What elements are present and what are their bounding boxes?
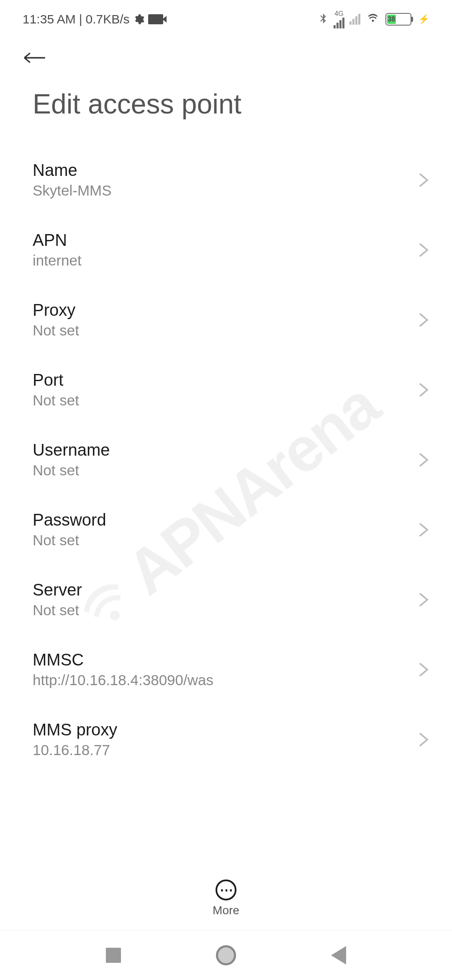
- setting-server[interactable]: Server Not set: [0, 565, 452, 634]
- more-label: More: [213, 904, 239, 917]
- battery-icon: 38: [385, 13, 411, 26]
- bluetooth-icon: [318, 11, 329, 28]
- chevron-right-icon: [419, 382, 429, 397]
- nav-back[interactable]: [331, 946, 346, 965]
- gear-icon: [133, 13, 145, 25]
- setting-label: Password: [33, 511, 106, 529]
- navigation-bar: [0, 930, 452, 980]
- signal-icon-2: [349, 14, 360, 25]
- chevron-right-icon: [419, 592, 429, 607]
- status-bar: 11:35 AM | 0.7KB/s 4G 38 ⚡: [0, 0, 452, 34]
- nav-recents[interactable]: [106, 948, 121, 963]
- setting-port[interactable]: Port Not set: [0, 355, 452, 425]
- nav-home[interactable]: [216, 945, 236, 965]
- setting-value: Not set: [33, 602, 82, 619]
- setting-label: Proxy: [33, 301, 79, 320]
- status-data-rate: 0.7KB/s: [86, 12, 130, 26]
- setting-name[interactable]: Name Skytel-MMS: [0, 145, 452, 215]
- setting-label: APN: [33, 231, 82, 250]
- setting-value: Not set: [33, 392, 79, 409]
- setting-apn[interactable]: APN internet: [0, 215, 452, 285]
- setting-value: Skytel-MMS: [33, 182, 112, 199]
- chevron-right-icon: [419, 312, 429, 328]
- back-button[interactable]: [0, 34, 452, 75]
- setting-proxy[interactable]: Proxy Not set: [0, 285, 452, 355]
- setting-label: Username: [33, 441, 110, 459]
- more-button[interactable]: ⋯ More: [213, 879, 239, 917]
- chevron-right-icon: [419, 242, 429, 258]
- setting-value: 10.16.18.77: [33, 742, 117, 758]
- chevron-right-icon: [419, 662, 429, 677]
- setting-value: http://10.16.18.4:38090/was: [33, 672, 213, 689]
- status-time: 11:35 AM: [23, 12, 76, 26]
- setting-value: Not set: [33, 322, 79, 339]
- chevron-right-icon: [419, 522, 429, 537]
- more-icon: ⋯: [216, 879, 236, 900]
- camera-icon: [148, 14, 163, 24]
- setting-label: Port: [33, 371, 79, 389]
- setting-label: Server: [33, 580, 82, 599]
- chevron-right-icon: [419, 173, 429, 188]
- setting-label: MMS proxy: [33, 720, 117, 739]
- chevron-right-icon: [419, 452, 429, 467]
- setting-value: Not set: [33, 462, 110, 479]
- setting-label: Name: [33, 161, 112, 180]
- setting-mmsc[interactable]: MMSC http://10.16.18.4:38090/was: [0, 634, 452, 704]
- charging-icon: ⚡: [418, 14, 429, 25]
- chevron-right-icon: [419, 732, 429, 747]
- setting-username[interactable]: Username Not set: [0, 425, 452, 495]
- page-title: Edit access point: [0, 75, 452, 145]
- wifi-icon: [365, 11, 380, 27]
- bottom-action-bar: ⋯ More: [0, 871, 452, 926]
- setting-password[interactable]: Password Not set: [0, 495, 452, 565]
- network-type: 4G: [334, 10, 343, 18]
- setting-mms-proxy[interactable]: MMS proxy 10.16.18.77: [0, 704, 452, 774]
- setting-value: Not set: [33, 532, 106, 549]
- signal-icon-1: [334, 18, 344, 28]
- battery-percent: 38: [388, 15, 395, 23]
- setting-value: internet: [33, 252, 82, 269]
- setting-label: MMSC: [33, 650, 213, 669]
- settings-list: Name Skytel-MMS APN internet Proxy Not s…: [0, 145, 452, 774]
- back-arrow-icon: [23, 50, 46, 65]
